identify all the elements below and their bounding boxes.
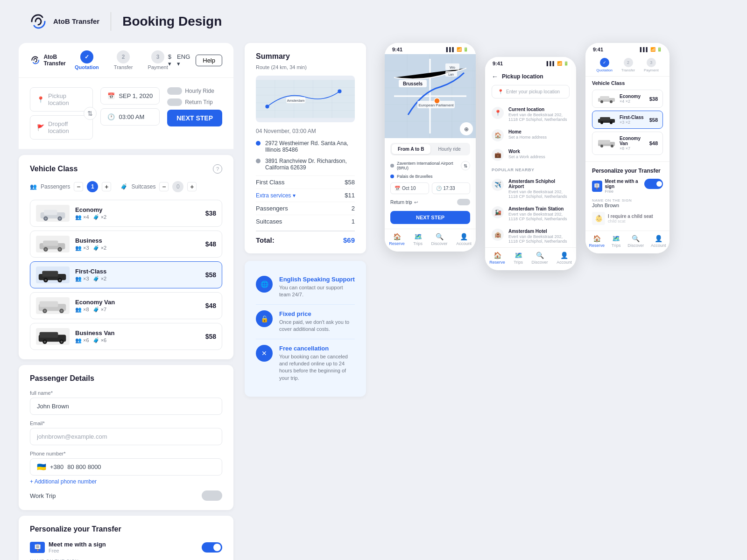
tab-from-a-to-b[interactable]: From A to B [392,144,430,154]
small-economy-van-name: Economy Van [620,136,646,146]
economy-van-svg [36,298,69,314]
first-class-label: First Class [256,179,284,186]
currency-selector[interactable]: $ ▾ [168,53,171,67]
extra-services-label[interactable]: Extra services ▾ [256,192,296,199]
small-economy-van[interactable]: Economy Van ×8 ×7 $48 [592,132,663,155]
small-tab-trips[interactable]: 🗺️ Trips [612,235,621,248]
meet-sign-toggle[interactable] [202,542,222,553]
phone-number-input[interactable] [67,463,215,470]
small-tab-discover[interactable]: 🔍 Discover [627,235,644,248]
summary-title: Summary [256,52,355,61]
return-trip-toggle[interactable] [457,199,470,205]
economy-name: Economy [75,206,200,213]
pickup-airport[interactable]: ✈️ Amsterdam Schiphol Airport Evert van … [485,175,576,203]
small-step-transfer[interactable]: 2 Transfer [621,58,635,72]
small-step-payment[interactable]: 3 Payment [644,58,659,72]
time-value: 03:00 AM [119,113,144,120]
pickup-input[interactable]: 📍 Pickup location [30,87,93,112]
pickup-tab-discover[interactable]: 🔍 Discover [532,252,548,265]
return-trip-toggle[interactable]: Return Trip [167,98,222,106]
small-first-class[interactable]: First-Class ×3 ×2 $58 [592,111,663,129]
pickup-back-btn[interactable]: ← [492,73,498,80]
time-input[interactable]: 🕐 03:00 AM [100,108,160,126]
pickup-search-input[interactable]: 📍 Enter your pickup location [492,85,570,98]
vehicle-class-info-icon[interactable]: ? [213,164,222,174]
hourly-toggle-switch[interactable] [167,87,182,95]
passengers-decrease-btn[interactable]: − [74,182,83,191]
small-tab-account[interactable]: 👤 Account [651,235,666,248]
small-step-quotation[interactable]: ✓ Quotation [596,58,613,72]
suitcases-decrease-btn[interactable]: − [159,182,169,191]
add-phone-button[interactable]: + Additional phone number [30,478,222,485]
pickup-search-placeholder: Enter your pickup location [506,89,560,94]
summary-suitcases-label: Suitcases [256,218,282,225]
meet-sign-text: Meet me with a sign Free [49,541,106,553]
pickup-home[interactable]: 🏠 Home Set a Home address [485,126,576,145]
economy-info: Economy 👥 ×4 🧳 ×2 [75,206,200,220]
dropoff-input[interactable]: 🚩 Dropoff location [30,115,93,140]
next-step-button[interactable]: NEXT STEP [167,110,222,126]
small-tab-reserve[interactable]: 🏠 Reserve [589,235,605,248]
passengers-increase-btn[interactable]: + [102,182,111,191]
map-tab-account[interactable]: 👤 Account [456,233,472,246]
work-trip-label: Work Trip [30,492,56,499]
feature-support-text: English Speaking Support You can contact… [279,276,355,299]
wifi-icon: 📶 [457,47,462,52]
phone-date-box[interactable]: 📅 Oct 10 [390,182,429,194]
swap-button[interactable]: ⇅ [84,107,97,120]
step-transfer[interactable]: 2 Transfer [114,50,133,70]
vehicle-list: Economy 👥 ×4 🧳 ×2 $38 [30,200,222,350]
pickup-reserve-icon: 🏠 [493,252,501,259]
pickup-tab-account[interactable]: 👤 Account [557,252,572,265]
first-class-car-svg [36,267,69,283]
work-text: Work Set a Work address [508,149,545,159]
help-button[interactable]: Help [196,55,222,66]
home-addr: Set a Home address [508,135,547,140]
language-selector[interactable]: ENG ▾ [177,53,190,67]
tab-hourly[interactable]: Hourly ride [430,144,469,154]
pickup-wifi-icon: 📶 [557,61,562,66]
pickup-trips-label: Trips [514,260,523,265]
pickup-tab-reserve[interactable]: 🏠 Reserve [489,252,505,265]
work-trip-toggle[interactable] [202,490,222,501]
map-tab-discover[interactable]: 🔍 Discover [431,233,448,246]
map-tab-trips[interactable]: 🗺️ Trips [413,233,423,246]
first-class-price: $58 [345,179,355,186]
svg-point-69 [610,121,613,124]
vehicle-business[interactable]: Business 👥 ×3 🧳 ×2 $48 [30,231,222,258]
small-meet-toggle[interactable] [644,179,663,189]
pickup-train[interactable]: 🚂 Amsterdam Train Station Evert van de B… [485,203,576,225]
vehicle-business-van[interactable]: Business Van 👥 ×6 🧳 ×6 $58 [30,323,222,350]
business-van-pax: 👥 ×6 [75,337,89,343]
email-input[interactable] [30,428,222,445]
hourly-ride-toggle[interactable]: Hourly Ride [167,87,222,95]
full-name-input[interactable] [30,398,222,415]
date-input[interactable]: 📅 SEP 1, 2020 [100,87,160,105]
map-area: Brussels European Parliament Wo Lan [385,54,476,138]
pickup-hotel[interactable]: 🏨 Amsterdam Hotel Evert van de Beekstraa… [485,225,576,247]
phone-row: 🇺🇦 +380 [30,458,222,476]
pickup-placeholder: Pickup location [48,92,86,106]
small-wifi-icon: 📶 [650,47,655,52]
suitcases-increase-btn[interactable]: + [187,182,197,191]
return-toggle-switch[interactable] [167,98,182,106]
step-payment[interactable]: 3 Payment [148,50,168,70]
vehicle-economy[interactable]: Economy 👥 ×4 🧳 ×2 $38 [30,200,222,227]
vehicle-economy-van[interactable]: Economy Van 👥 ×8 🧳 ×7 $48 [30,292,222,319]
work-name: Work [508,149,545,154]
phone-next-step-btn[interactable]: NEXT STEP [390,211,470,224]
svg-point-68 [600,121,603,124]
pickup-work[interactable]: 💼 Work Set a Work address [485,145,576,165]
feature-support: 🌐 English Speaking Support You can conta… [256,270,355,305]
small-economy[interactable]: Economy ×4 ×2 $38 [592,90,663,108]
pickup-tab-trips[interactable]: 🗺️ Trips [514,252,523,265]
phone-time-box[interactable]: 🕐 17:33 [432,182,471,194]
vehicle-first-class[interactable]: First-Class 👥 ×3 🧳 ×2 $58 [30,261,222,288]
map-tab-reserve[interactable]: 🏠 Reserve [389,233,405,246]
step-quotation[interactable]: ✓ Quotation [75,50,99,70]
phone-swap-btn[interactable]: ⇅ [461,161,470,170]
small-economy-info: Economy ×4 ×2 [620,94,646,104]
options-col: Hourly Ride Return Trip NEXT STEP [167,87,222,126]
small-account-icon: 👤 [655,235,662,242]
pickup-current-location[interactable]: 📍 Current location Evert van de Beekstra… [485,103,576,126]
